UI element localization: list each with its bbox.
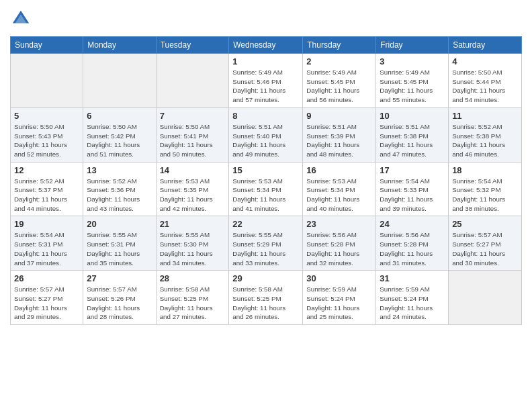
page-container: SundayMondayTuesdayWednesdayThursdayFrid… [0,0,532,411]
day-info: Sunrise: 5:52 AM Sunset: 5:38 PM Dayligh… [452,122,518,159]
day-info: Sunrise: 5:53 AM Sunset: 5:35 PM Dayligh… [160,177,226,214]
day-info: Sunrise: 5:57 AM Sunset: 5:27 PM Dayligh… [14,285,79,322]
day-info: Sunrise: 5:53 AM Sunset: 5:34 PM Dayligh… [232,177,299,214]
calendar-cell: 28Sunrise: 5:58 AM Sunset: 5:25 PM Dayli… [156,271,229,325]
weekday-header: Monday [83,37,156,54]
day-number: 15 [232,165,299,175]
day-info: Sunrise: 5:59 AM Sunset: 5:24 PM Dayligh… [306,285,372,322]
day-info: Sunrise: 5:51 AM Sunset: 5:39 PM Dayligh… [306,122,372,159]
day-info: Sunrise: 5:50 AM Sunset: 5:42 PM Dayligh… [87,122,152,159]
day-number: 25 [452,219,518,229]
day-info: Sunrise: 5:54 AM Sunset: 5:32 PM Dayligh… [452,177,518,214]
calendar-cell: 29Sunrise: 5:58 AM Sunset: 5:25 PM Dayli… [229,271,303,325]
calendar-week-row: 19Sunrise: 5:54 AM Sunset: 5:31 PM Dayli… [11,216,522,271]
weekday-header: Tuesday [156,37,229,54]
logo-icon [11,9,30,28]
day-number: 1 [232,56,299,66]
day-number: 10 [380,111,445,121]
calendar-cell: 7Sunrise: 5:50 AM Sunset: 5:41 PM Daylig… [156,107,229,162]
calendar-cell: 17Sunrise: 5:54 AM Sunset: 5:33 PM Dayli… [376,162,449,216]
calendar-table: SundayMondayTuesdayWednesdayThursdayFrid… [10,36,522,325]
day-info: Sunrise: 5:50 AM Sunset: 5:41 PM Dayligh… [160,122,226,159]
day-info: Sunrise: 5:56 AM Sunset: 5:28 PM Dayligh… [380,230,445,267]
calendar-week-row: 1Sunrise: 5:49 AM Sunset: 5:46 PM Daylig… [11,54,522,108]
calendar-cell: 12Sunrise: 5:52 AM Sunset: 5:37 PM Dayli… [11,162,83,216]
logo [10,9,30,31]
calendar-cell: 16Sunrise: 5:53 AM Sunset: 5:34 PM Dayli… [303,162,376,216]
day-info: Sunrise: 5:58 AM Sunset: 5:25 PM Dayligh… [232,285,299,322]
calendar-cell: 27Sunrise: 5:57 AM Sunset: 5:26 PM Dayli… [83,271,156,325]
calendar-cell: 19Sunrise: 5:54 AM Sunset: 5:31 PM Dayli… [11,216,83,271]
calendar-cell: 10Sunrise: 5:51 AM Sunset: 5:38 PM Dayli… [376,107,449,162]
day-info: Sunrise: 5:59 AM Sunset: 5:24 PM Dayligh… [380,285,445,322]
calendar-cell: 31Sunrise: 5:59 AM Sunset: 5:24 PM Dayli… [376,271,449,325]
calendar-cell: 30Sunrise: 5:59 AM Sunset: 5:24 PM Dayli… [303,271,376,325]
calendar-cell: 20Sunrise: 5:55 AM Sunset: 5:31 PM Dayli… [83,216,156,271]
weekday-header: Wednesday [229,37,303,54]
day-number: 19 [14,219,79,229]
day-info: Sunrise: 5:58 AM Sunset: 5:25 PM Dayligh… [160,285,226,322]
day-info: Sunrise: 5:52 AM Sunset: 5:36 PM Dayligh… [87,177,152,214]
day-number: 4 [452,56,518,66]
day-number: 3 [380,56,445,66]
day-number: 11 [452,111,518,121]
calendar-cell: 23Sunrise: 5:56 AM Sunset: 5:28 PM Dayli… [303,216,376,271]
calendar-cell: 1Sunrise: 5:49 AM Sunset: 5:46 PM Daylig… [229,54,303,108]
weekday-header-row: SundayMondayTuesdayWednesdayThursdayFrid… [11,37,522,54]
calendar-cell [11,54,83,108]
day-info: Sunrise: 5:55 AM Sunset: 5:30 PM Dayligh… [160,230,226,267]
day-number: 17 [380,165,445,175]
calendar-cell: 2Sunrise: 5:49 AM Sunset: 5:45 PM Daylig… [303,54,376,108]
calendar-cell: 9Sunrise: 5:51 AM Sunset: 5:39 PM Daylig… [303,107,376,162]
calendar-cell: 26Sunrise: 5:57 AM Sunset: 5:27 PM Dayli… [11,271,83,325]
day-number: 6 [87,111,152,121]
calendar-cell: 11Sunrise: 5:52 AM Sunset: 5:38 PM Dayli… [449,107,522,162]
day-number: 7 [160,111,226,121]
calendar-cell [156,54,229,108]
calendar-cell: 6Sunrise: 5:50 AM Sunset: 5:42 PM Daylig… [83,107,156,162]
calendar-week-row: 5Sunrise: 5:50 AM Sunset: 5:43 PM Daylig… [11,107,522,162]
calendar-cell: 8Sunrise: 5:51 AM Sunset: 5:40 PM Daylig… [229,107,303,162]
day-info: Sunrise: 5:56 AM Sunset: 5:28 PM Dayligh… [306,230,372,267]
day-number: 22 [232,219,299,229]
calendar-cell: 25Sunrise: 5:57 AM Sunset: 5:27 PM Dayli… [449,216,522,271]
calendar-cell: 3Sunrise: 5:49 AM Sunset: 5:45 PM Daylig… [376,54,449,108]
day-info: Sunrise: 5:55 AM Sunset: 5:31 PM Dayligh… [87,230,152,267]
day-number: 9 [306,111,372,121]
calendar-cell: 24Sunrise: 5:56 AM Sunset: 5:28 PM Dayli… [376,216,449,271]
day-info: Sunrise: 5:50 AM Sunset: 5:44 PM Dayligh… [452,68,518,105]
day-number: 27 [87,273,152,283]
day-info: Sunrise: 5:57 AM Sunset: 5:27 PM Dayligh… [452,230,518,267]
calendar-cell: 4Sunrise: 5:50 AM Sunset: 5:44 PM Daylig… [449,54,522,108]
calendar-cell [83,54,156,108]
day-number: 30 [306,273,372,283]
calendar-cell: 22Sunrise: 5:55 AM Sunset: 5:29 PM Dayli… [229,216,303,271]
calendar-cell: 5Sunrise: 5:50 AM Sunset: 5:43 PM Daylig… [11,107,83,162]
calendar-cell: 14Sunrise: 5:53 AM Sunset: 5:35 PM Dayli… [156,162,229,216]
day-number: 31 [380,273,445,283]
calendar-cell [449,271,522,325]
day-info: Sunrise: 5:49 AM Sunset: 5:46 PM Dayligh… [232,68,299,105]
day-info: Sunrise: 5:54 AM Sunset: 5:33 PM Dayligh… [380,177,445,214]
day-info: Sunrise: 5:51 AM Sunset: 5:40 PM Dayligh… [232,122,299,159]
day-number: 14 [160,165,226,175]
weekday-header: Thursday [303,37,376,54]
weekday-header: Sunday [11,37,83,54]
calendar-cell: 18Sunrise: 5:54 AM Sunset: 5:32 PM Dayli… [449,162,522,216]
calendar-cell: 15Sunrise: 5:53 AM Sunset: 5:34 PM Dayli… [229,162,303,216]
day-info: Sunrise: 5:50 AM Sunset: 5:43 PM Dayligh… [14,122,79,159]
weekday-header: Friday [376,37,449,54]
calendar-cell: 13Sunrise: 5:52 AM Sunset: 5:36 PM Dayli… [83,162,156,216]
calendar-week-row: 26Sunrise: 5:57 AM Sunset: 5:27 PM Dayli… [11,271,522,325]
day-number: 13 [87,165,152,175]
day-number: 12 [14,165,79,175]
day-info: Sunrise: 5:53 AM Sunset: 5:34 PM Dayligh… [306,177,372,214]
day-number: 2 [306,56,372,66]
day-info: Sunrise: 5:57 AM Sunset: 5:26 PM Dayligh… [87,285,152,322]
day-number: 24 [380,219,445,229]
day-info: Sunrise: 5:54 AM Sunset: 5:31 PM Dayligh… [14,230,79,267]
day-number: 20 [87,219,152,229]
day-number: 29 [232,273,299,283]
day-number: 18 [452,165,518,175]
day-info: Sunrise: 5:51 AM Sunset: 5:38 PM Dayligh… [380,122,445,159]
